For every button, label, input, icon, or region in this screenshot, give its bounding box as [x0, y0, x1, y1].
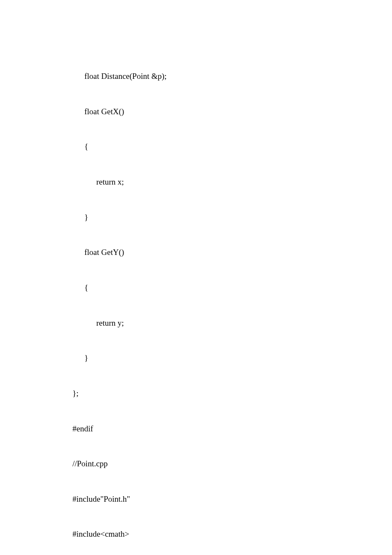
code-line: return x; — [72, 176, 354, 188]
code-line: //Point.cpp — [72, 458, 354, 470]
code-line: #endif — [72, 423, 354, 435]
code-line: #include<cmath> — [72, 528, 354, 540]
code-line: { — [72, 141, 354, 153]
code-line: #include"Point.h" — [72, 493, 354, 505]
code-line: return y; — [72, 317, 354, 329]
code-line: float Distance(Point &p); — [72, 70, 354, 82]
document-page: float Distance(Point &p); float GetX() {… — [0, 0, 392, 555]
code-line: { — [72, 282, 354, 294]
code-block: float Distance(Point &p); float GetX() {… — [72, 47, 354, 555]
code-line: } — [72, 211, 354, 223]
code-line: float GetX() — [72, 106, 354, 118]
code-line: float GetY() — [72, 246, 354, 258]
code-line: } — [72, 352, 354, 364]
code-line: }; — [72, 387, 354, 399]
